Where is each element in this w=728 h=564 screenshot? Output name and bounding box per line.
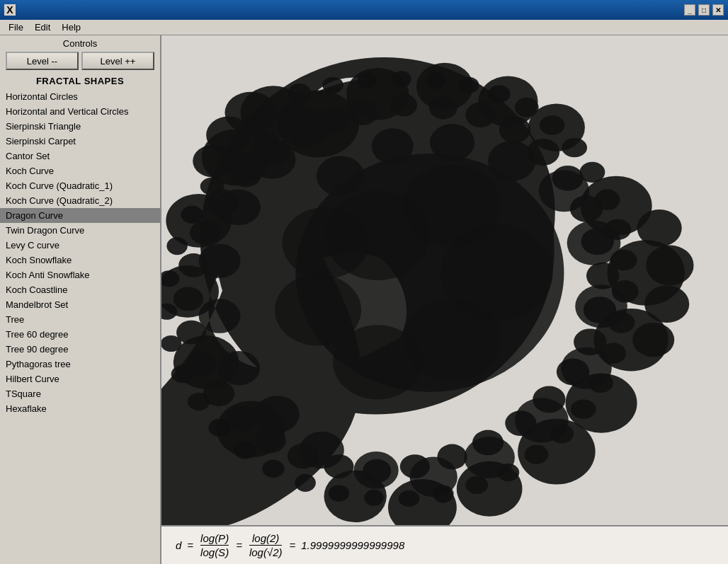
svg-point-93 <box>426 72 445 88</box>
shape-item-pythagoras-tree[interactable]: Pythagoras tree <box>0 357 160 372</box>
svg-point-120 <box>188 393 210 410</box>
svg-point-86 <box>646 246 693 286</box>
titlebar-left: X <box>4 4 20 16</box>
svg-point-61 <box>288 444 319 469</box>
shape-item-dragon-curve[interactable]: Dragon Curve <box>0 208 160 223</box>
fractal-svg <box>161 35 728 525</box>
formula-logsqrt2: log(√2) <box>249 546 283 558</box>
formula-eq2: = <box>236 539 242 551</box>
shape-item-hexaflake[interactable]: Hexaflake <box>0 401 160 416</box>
shape-item-koch-snowflake[interactable]: Koch Snowflake <box>0 253 160 267</box>
svg-point-115 <box>329 485 349 501</box>
formula-log2: log(2) <box>252 532 279 544</box>
shape-item-tree-90-degree[interactable]: Tree 90 degree <box>0 342 160 357</box>
svg-point-95 <box>488 85 511 103</box>
svg-point-63 <box>227 406 258 432</box>
svg-point-113 <box>399 490 419 507</box>
shape-item-tree[interactable]: Tree <box>0 312 160 327</box>
svg-point-21 <box>317 156 364 196</box>
formula-fraction2: log(2) log(√2) <box>249 532 283 558</box>
shape-item-twin-dragon-curve[interactable]: Twin Dragon Curve <box>0 223 160 238</box>
svg-point-58 <box>400 454 430 478</box>
menu-file[interactable]: File <box>3 21 29 34</box>
svg-point-117 <box>262 460 285 478</box>
shape-item-koch-curve-quadratic1[interactable]: Koch Curve (Quadratic_1) <box>0 178 160 193</box>
shape-item-sierpinski-triangle[interactable]: Sierpinski Triangle <box>0 119 160 134</box>
shape-item-tsquare[interactable]: TSquare <box>0 386 160 401</box>
svg-point-35 <box>218 351 260 385</box>
svg-point-104 <box>608 312 635 333</box>
svg-point-121 <box>171 365 194 383</box>
formula-line2 <box>249 545 283 546</box>
svg-point-68 <box>178 253 208 277</box>
svg-point-127 <box>200 178 224 195</box>
svg-point-91 <box>358 72 377 88</box>
svg-point-85 <box>637 209 682 247</box>
svg-point-90 <box>322 77 343 93</box>
fractal-canvas <box>161 35 728 525</box>
level-buttons: Level -- Level ++ <box>0 50 160 73</box>
svg-point-92 <box>392 71 411 87</box>
canvas-area: d = log(P) log(S) = log(2) log(√2) = 1.9… <box>161 35 728 564</box>
svg-point-129 <box>252 130 276 149</box>
svg-point-55 <box>505 410 536 436</box>
shape-item-sierpinski-carpet[interactable]: Sierpinski Carpet <box>0 134 160 149</box>
shape-item-mandelbrot-set[interactable]: Mandelbrot Set <box>0 297 160 312</box>
svg-point-42 <box>390 94 417 117</box>
app-icon: X <box>4 4 16 16</box>
menu-help[interactable]: Help <box>56 21 86 34</box>
close-button[interactable]: ✕ <box>712 4 724 16</box>
svg-point-128 <box>226 151 250 171</box>
formula-logs: log(S) <box>200 546 229 558</box>
svg-point-56 <box>472 430 504 456</box>
minimize-button[interactable]: _ <box>684 4 695 16</box>
shape-item-horizontal-circles[interactable]: Horizontal Circles <box>0 89 160 104</box>
shape-list[interactable]: Horizontal CirclesHorizontal and Vertica… <box>0 89 160 564</box>
shape-item-levy-c-curve[interactable]: Levy C curve <box>0 238 160 253</box>
fractal-shapes-label: FRACTAL SHAPES <box>0 73 160 89</box>
formula-bar: d = log(P) log(S) = log(2) log(√2) = 1.9… <box>161 525 728 564</box>
shape-item-koch-curve[interactable]: Koch Curve <box>0 163 160 178</box>
formula-eq3: = <box>289 539 295 551</box>
level-plus-button[interactable]: Level ++ <box>81 52 154 70</box>
svg-point-81 <box>283 207 369 279</box>
maximize-button[interactable]: □ <box>698 4 710 16</box>
shape-item-tree-60-degree[interactable]: Tree 60 degree <box>0 327 160 342</box>
svg-point-96 <box>515 98 539 117</box>
svg-point-34 <box>255 396 300 433</box>
shape-item-horizontal-and-vertical-circles[interactable]: Horizontal and Vertical Circles <box>0 104 160 119</box>
svg-point-47 <box>552 166 584 191</box>
menu-edit[interactable]: Edit <box>29 21 56 34</box>
svg-point-22 <box>372 128 414 164</box>
svg-point-116 <box>295 474 315 492</box>
shape-item-cantor-set[interactable]: Cantor Set <box>0 149 160 163</box>
svg-point-99 <box>580 162 605 183</box>
svg-point-88 <box>632 323 674 357</box>
svg-point-101 <box>604 219 631 240</box>
svg-point-110 <box>497 464 520 481</box>
svg-point-94 <box>458 77 479 93</box>
shape-item-hilbert-curve[interactable]: Hilbert Curve <box>0 372 160 386</box>
svg-point-125 <box>166 237 187 255</box>
shape-item-koch-anti-snowflake[interactable]: Koch Anti Snowflake <box>0 267 160 282</box>
svg-point-126 <box>181 206 203 224</box>
svg-point-111 <box>465 476 488 494</box>
titlebar-icons: _ □ ✕ <box>684 4 724 16</box>
svg-point-44 <box>465 102 495 127</box>
shape-item-koch-coastline[interactable]: Koch Coastline <box>0 282 160 297</box>
shape-item-koch-curve-quadratic2[interactable]: Koch Curve (Quadratic_2) <box>0 193 160 208</box>
svg-point-106 <box>588 374 613 393</box>
formula-logp: log(P) <box>200 532 229 544</box>
svg-point-60 <box>324 454 353 478</box>
svg-point-109 <box>525 445 549 464</box>
svg-point-103 <box>612 280 639 303</box>
svg-point-87 <box>644 285 689 323</box>
svg-point-108 <box>550 424 574 443</box>
svg-point-122 <box>161 335 181 352</box>
formula: d = log(P) log(S) = log(2) log(√2) = 1.9… <box>176 532 404 558</box>
svg-point-54 <box>533 386 565 413</box>
menubar: File Edit Help <box>0 20 728 35</box>
level-minus-button[interactable]: Level -- <box>6 52 79 70</box>
svg-point-118 <box>234 441 256 459</box>
sidebar: Controls Level -- Level ++ FRACTAL SHAPE… <box>0 35 161 564</box>
